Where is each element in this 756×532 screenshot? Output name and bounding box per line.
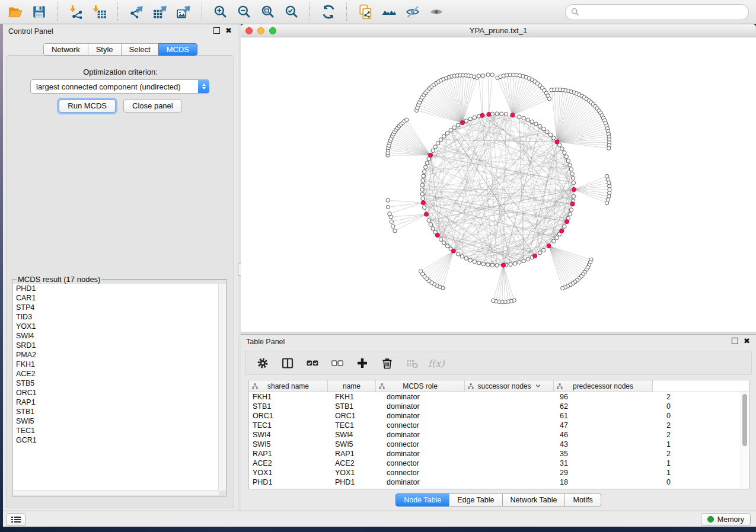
network-node[interactable] — [481, 262, 485, 265]
window-list-button[interactable] — [7, 513, 25, 526]
network-node[interactable] — [473, 116, 476, 119]
network-node[interactable] — [449, 129, 452, 132]
network-node[interactable] — [530, 120, 534, 123]
mcds-node[interactable] — [555, 140, 559, 144]
mcds-node[interactable] — [501, 263, 505, 267]
mcds-node[interactable] — [564, 220, 569, 224]
search-input[interactable] — [583, 7, 743, 17]
network-node[interactable] — [552, 239, 556, 243]
column-header-predecessor-nodes[interactable]: predecessor nodes — [554, 380, 653, 392]
network-node[interactable] — [422, 170, 426, 174]
network-node[interactable] — [572, 194, 575, 198]
network-node[interactable] — [563, 225, 566, 228]
network-node[interactable] — [419, 270, 422, 273]
network-node[interactable] — [542, 248, 546, 252]
network-node[interactable] — [518, 115, 521, 118]
column-header-shared-name[interactable]: shared name — [249, 380, 328, 392]
network-node[interactable] — [386, 198, 390, 202]
mcds-node[interactable] — [533, 254, 537, 258]
mcds-node-item[interactable]: SWI5 — [13, 416, 219, 426]
network-node[interactable] — [569, 168, 573, 171]
network-node[interactable] — [513, 262, 516, 265]
mcds-node-item[interactable]: STB1 — [13, 407, 219, 416]
show-columns-button[interactable] — [277, 354, 298, 373]
mcds-node[interactable] — [570, 202, 575, 206]
memory-button[interactable]: Memory — [701, 513, 751, 526]
hide-selected-button[interactable] — [401, 2, 425, 21]
zoom-fit-button[interactable] — [256, 2, 280, 21]
mcds-node-item[interactable]: TEC1 — [13, 426, 219, 435]
network-node[interactable] — [431, 227, 435, 230]
tab-style[interactable]: Style — [88, 43, 122, 56]
column-header-name[interactable]: name — [328, 380, 376, 392]
network-node[interactable] — [442, 241, 446, 245]
network-node[interactable] — [534, 122, 538, 126]
tab-motifs[interactable]: Motifs — [564, 493, 601, 507]
export-table-button[interactable] — [148, 2, 172, 21]
tab-mcds[interactable]: MCDS — [158, 43, 197, 56]
network-node[interactable] — [522, 116, 525, 120]
network-node[interactable] — [607, 146, 611, 150]
mcds-node-item[interactable]: YOX1 — [13, 322, 219, 331]
network-node[interactable] — [547, 97, 551, 101]
run-mcds-button[interactable]: Run MCDS — [59, 100, 116, 113]
mcds-node-item[interactable]: SRD1 — [13, 341, 219, 350]
column-header-successor-nodes[interactable]: successor nodes — [465, 380, 554, 392]
network-node[interactable] — [490, 263, 494, 267]
network-node[interactable] — [486, 73, 490, 76]
import-network-button[interactable] — [64, 2, 88, 21]
select-all-button[interactable] — [302, 354, 323, 373]
network-node[interactable] — [486, 263, 490, 267]
refresh-view-button[interactable] — [317, 2, 340, 21]
mcds-node-item[interactable]: CAR1 — [13, 293, 219, 303]
network-node[interactable] — [464, 257, 468, 260]
network-node[interactable] — [436, 142, 440, 145]
network-node[interactable] — [468, 117, 472, 121]
mcds-node-item[interactable]: PMA2 — [13, 350, 219, 360]
network-node[interactable] — [568, 212, 572, 216]
network-node[interactable] — [439, 138, 442, 142]
network-node[interactable] — [457, 123, 460, 127]
mcds-node-item[interactable]: GCR1 — [13, 435, 219, 445]
network-node[interactable] — [492, 299, 495, 302]
network-node[interactable] — [445, 244, 449, 248]
network-node[interactable] — [468, 258, 472, 262]
network-node[interactable] — [568, 163, 572, 166]
mcds-node[interactable] — [428, 153, 432, 157]
network-node[interactable] — [481, 74, 484, 78]
network-node[interactable] — [420, 188, 424, 191]
mcds-node[interactable] — [460, 120, 464, 124]
zoom-out-button[interactable] — [232, 2, 256, 21]
network-node[interactable] — [422, 206, 426, 209]
mcds-node-item[interactable]: STP4 — [13, 303, 219, 312]
network-node[interactable] — [439, 238, 442, 241]
float-panel-icon[interactable] — [213, 27, 220, 34]
table-scroll-thumb[interactable] — [742, 394, 747, 446]
mcds-node-item[interactable]: RAP1 — [13, 398, 219, 407]
network-node[interactable] — [420, 183, 424, 187]
export-image-button[interactable] — [172, 2, 196, 21]
network-canvas[interactable] — [241, 37, 756, 332]
table-vscrollbar[interactable] — [741, 392, 749, 489]
mcds-node[interactable] — [487, 112, 491, 116]
mcds-node[interactable] — [435, 233, 439, 237]
network-node[interactable] — [422, 174, 425, 178]
mcds-node-item[interactable]: ORC1 — [13, 388, 219, 398]
tab-node-table[interactable]: Node Table — [395, 493, 449, 507]
mcds-node[interactable] — [547, 244, 551, 248]
network-node[interactable] — [572, 181, 575, 184]
network-node[interactable] — [433, 145, 437, 149]
network-node[interactable] — [445, 132, 449, 135]
tab-select[interactable]: Select — [121, 43, 159, 56]
network-node[interactable] — [473, 260, 476, 264]
search-box[interactable] — [565, 4, 749, 20]
show-all-button[interactable] — [425, 2, 448, 21]
network-node[interactable] — [570, 172, 574, 175]
mcds-node[interactable] — [480, 113, 484, 117]
zoom-in-button[interactable] — [209, 2, 232, 21]
add-column-button[interactable] — [352, 354, 372, 373]
save-session-button[interactable] — [27, 2, 51, 21]
mcds-node-item[interactable]: STB5 — [13, 379, 219, 388]
table-row[interactable]: SWI5SWI5connector431 — [249, 440, 671, 449]
mcds-node[interactable] — [511, 113, 515, 117]
